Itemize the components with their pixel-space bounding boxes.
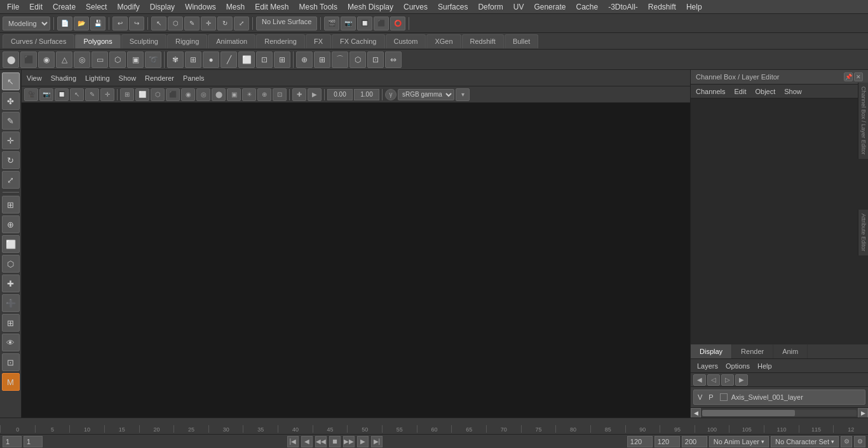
channels-menu[interactable]: Channels: [693, 86, 728, 97]
menu-deform[interactable]: Deform: [473, 1, 507, 13]
layers-option[interactable]: Layers: [695, 361, 721, 371]
menu-uv[interactable]: UV: [509, 1, 529, 13]
help-option[interactable]: Help: [755, 361, 775, 371]
menu-display[interactable]: Display: [146, 1, 179, 13]
manip-button[interactable]: ⊞: [2, 196, 20, 214]
prev-frame-button[interactable]: ◀: [301, 436, 313, 447]
menu-edit-mesh[interactable]: Edit Mesh: [250, 1, 293, 13]
helix-button[interactable]: ➰: [145, 51, 161, 68]
vt-snap-button[interactable]: ✚: [292, 88, 306, 101]
vt-paint-button[interactable]: ✎: [85, 88, 99, 101]
menu-generate[interactable]: Generate: [529, 1, 570, 13]
next-frame-button[interactable]: ▶: [357, 436, 369, 447]
playback-start-input[interactable]: [627, 436, 653, 447]
lighting-menu[interactable]: Lighting: [83, 73, 112, 83]
disc-button[interactable]: ⬡: [109, 51, 126, 68]
tab-curves-surfaces[interactable]: Curves / Surfaces: [3, 34, 74, 48]
move-mode-button[interactable]: ✛: [2, 132, 20, 149]
vt-select-button[interactable]: ↖: [70, 88, 84, 101]
tab-fx-caching[interactable]: FX Caching: [332, 34, 384, 48]
lasso-button[interactable]: ⬡: [2, 255, 20, 273]
vt-box-button[interactable]: ⬛: [166, 88, 180, 101]
select-mode-button[interactable]: ↖: [2, 72, 20, 90]
move-tool-button[interactable]: ✛: [201, 17, 216, 31]
save-file-button[interactable]: 💾: [90, 17, 105, 31]
mirror-button[interactable]: ⇔: [385, 51, 402, 68]
options-option[interactable]: Options: [723, 361, 752, 371]
snap-view-button[interactable]: ⊡: [367, 51, 384, 68]
object-menu[interactable]: Object: [752, 86, 778, 97]
menu-modify[interactable]: Modify: [112, 1, 144, 13]
rp-close-button[interactable]: ✕: [854, 72, 863, 81]
tex-button[interactable]: ⊞: [185, 51, 201, 68]
layer-scrollbar[interactable]: [702, 410, 857, 416]
render4-button[interactable]: ⬛: [374, 17, 389, 31]
layer-left-arrow2[interactable]: ◁: [707, 374, 720, 386]
tab-rigging[interactable]: Rigging: [167, 34, 207, 48]
tab-xgen[interactable]: XGen: [426, 34, 461, 48]
paint-mode-button[interactable]: ✤: [2, 92, 20, 110]
vt-wire-button[interactable]: ◎: [196, 88, 210, 101]
show-menu[interactable]: Show: [782, 86, 804, 97]
show-menu[interactable]: Show: [116, 73, 139, 83]
cylinder-button[interactable]: ◉: [38, 51, 55, 68]
anim-end-input[interactable]: [682, 436, 707, 447]
vt-gamma-settings[interactable]: ▾: [456, 88, 470, 101]
new-file-button[interactable]: 📄: [57, 17, 72, 31]
attribute-editor-tab[interactable]: Attribute Editor: [858, 210, 868, 255]
tab-redshift[interactable]: Redshift: [462, 34, 504, 48]
scale-tool-button[interactable]: ⤢: [234, 17, 249, 31]
menu-surfaces[interactable]: Surfaces: [433, 1, 472, 13]
anim-settings-button[interactable]: ⚙: [841, 436, 852, 447]
layer-right-arrow[interactable]: ▷: [721, 374, 734, 386]
snap-curve-button[interactable]: ⌒: [332, 51, 348, 68]
tab-fx[interactable]: FX: [306, 34, 331, 48]
snap-grid-button[interactable]: ⊞: [314, 51, 330, 68]
edit-menu[interactable]: Edit: [731, 86, 749, 97]
tab-animation[interactable]: Animation: [208, 34, 255, 48]
scale-mode-button[interactable]: ⤢: [2, 171, 20, 189]
rp-tab-anim[interactable]: Anim: [773, 344, 808, 358]
renderer-menu[interactable]: Renderer: [142, 73, 177, 83]
layer-scroll-right[interactable]: ▶: [858, 408, 868, 418]
menu-redshift[interactable]: Redshift: [644, 1, 681, 13]
vt-frame-button[interactable]: ⬜: [135, 88, 149, 101]
sphere-button[interactable]: ⬤: [3, 51, 19, 68]
play-back-button[interactable]: ◀◀: [315, 436, 327, 447]
menu-cache[interactable]: Cache: [571, 1, 602, 13]
rotate-mode-button[interactable]: ↻: [2, 151, 20, 169]
render2-button[interactable]: 📷: [341, 17, 356, 31]
rp-pin-button[interactable]: 📌: [844, 72, 853, 81]
layer-row[interactable]: V P Axis_Swivel_001_layer: [693, 390, 865, 405]
vertex-button[interactable]: ●: [203, 51, 219, 68]
uvset-button[interactable]: ⊡: [256, 51, 273, 68]
marquee-button[interactable]: ⬜: [2, 235, 20, 253]
gamma-select[interactable]: sRGB gamma: [398, 89, 454, 100]
stop-button[interactable]: ⏹: [329, 436, 341, 447]
tab-sculpting[interactable]: Sculpting: [121, 34, 166, 48]
menu-create[interactable]: Create: [48, 1, 80, 13]
anim-layer-dropdown[interactable]: No Anim Layer ▾: [709, 436, 769, 447]
vt-shadow-button[interactable]: ⊕: [257, 88, 271, 101]
vt-smooth-button[interactable]: ◉: [181, 88, 195, 101]
panels-menu[interactable]: Panels: [180, 73, 207, 83]
vt-manip-button[interactable]: ✛: [100, 88, 114, 101]
plus-button[interactable]: ➕: [2, 294, 20, 312]
render-button[interactable]: 🎬: [324, 17, 339, 31]
snap-button[interactable]: ✚: [2, 275, 20, 292]
channel-box-tab[interactable]: Channel Box / Layer Editor: [858, 83, 868, 159]
redo-button[interactable]: ↪: [129, 17, 144, 31]
view-button[interactable]: 👁: [2, 334, 20, 351]
timeline-ticks-container[interactable]: 0 5 10 15 20 25 30 35 40 45 50 55 60 65 …: [0, 418, 868, 434]
menu-file[interactable]: File: [3, 1, 24, 13]
menu-windows[interactable]: Windows: [180, 1, 220, 13]
menu-mesh-tools[interactable]: Mesh Tools: [295, 1, 342, 13]
undo-button[interactable]: ↩: [112, 17, 128, 31]
rotate-tool-button[interactable]: ↻: [217, 17, 233, 31]
soft-button[interactable]: ⊕: [2, 215, 20, 233]
vt-cam3-button[interactable]: 🔲: [55, 88, 69, 101]
vt-solid-button[interactable]: ⬤: [212, 88, 226, 101]
vt-cam2-button[interactable]: 📷: [39, 88, 53, 101]
render5-button[interactable]: ⭕: [390, 17, 405, 31]
go-end-button[interactable]: ▶|: [371, 436, 383, 447]
